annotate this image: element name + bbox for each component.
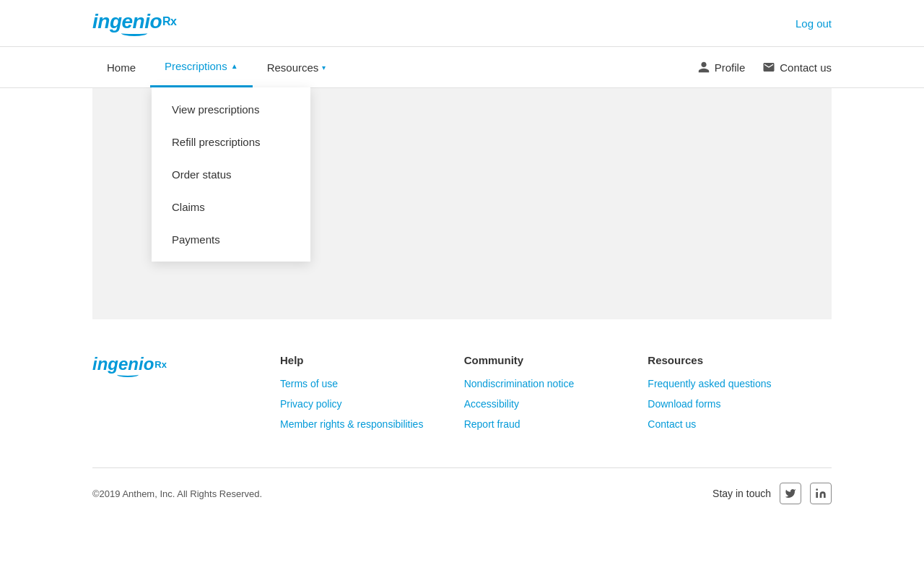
footer: ingenioRx Help Terms of use Privacy poli… [0,319,924,522]
chevron-down-icon: ▾ [322,64,326,72]
chevron-up-icon: ▲ [231,62,238,70]
footer-help-title: Help [280,354,464,366]
footer-resources-title: Resources [648,354,832,366]
nav-contact-label: Contact us [780,61,832,74]
navbar: Home Prescriptions ▲ Resources ▾ Profile… [0,46,924,88]
footer-help-col: Help Terms of use Privacy policy Member … [280,354,464,439]
footer-logo-col: ingenioRx [92,354,280,439]
linkedin-icon[interactable] [810,483,832,504]
nav-profile-label: Profile [715,61,746,74]
mail-icon [762,61,775,74]
footer-report-fraud[interactable]: Report fraud [464,418,648,430]
footer-community-title: Community [464,354,648,366]
prescriptions-dropdown: View prescriptions Refill prescriptions … [152,87,310,262]
header: ingenioRx Log out [0,0,924,46]
logo: ingenioRx [92,10,177,36]
footer-privacy[interactable]: Privacy policy [280,398,464,410]
nav-profile[interactable]: Profile [697,61,746,74]
twitter-icon[interactable] [780,483,801,504]
logout-button[interactable]: Log out [796,17,832,30]
logo-rx: Rx [162,15,176,28]
footer-logo: ingenioRx [92,354,280,374]
footer-bottom: ©2019 Anthem, Inc. All Rights Reserved. … [0,468,924,522]
footer-download-forms[interactable]: Download forms [648,398,832,410]
nav-contact[interactable]: Contact us [762,61,832,74]
footer-accessibility[interactable]: Accessibility [464,398,648,410]
logo-text-ingenio: ingenio [92,10,162,33]
nav-left: Home Prescriptions ▲ Resources ▾ [92,47,697,87]
nav-right: Profile Contact us [697,61,832,74]
dropdown-claims[interactable]: Claims [152,191,310,223]
footer-member-rights[interactable]: Member rights & responsibilities [280,418,464,430]
nav-home[interactable]: Home [92,48,150,87]
footer-contact[interactable]: Contact us [648,418,832,430]
footer-nondiscrimination[interactable]: Nondiscrimination notice [464,378,648,389]
footer-logo-text: ingenio [92,354,154,374]
stay-in-touch-label: Stay in touch [712,488,771,499]
footer-community-col: Community Nondiscrimination notice Acces… [464,354,648,439]
footer-faq[interactable]: Frequently asked questions [648,378,832,389]
dropdown-order-status[interactable]: Order status [152,158,310,191]
nav-resources[interactable]: Resources ▾ [253,48,341,87]
footer-inner: ingenioRx Help Terms of use Privacy poli… [0,319,924,467]
footer-top: ingenioRx Help Terms of use Privacy poli… [92,354,832,467]
nav-prescriptions-label: Prescriptions [165,60,227,72]
footer-resources-col: Resources Frequently asked questions Dow… [648,354,832,439]
nav-resources-label: Resources [267,61,319,74]
footer-terms[interactable]: Terms of use [280,378,464,389]
dropdown-refill-prescriptions[interactable]: Refill prescriptions [152,126,310,158]
svg-point-0 [816,488,818,491]
nav-prescriptions[interactable]: Prescriptions ▲ [150,47,253,87]
footer-social: Stay in touch [712,483,832,504]
copyright-text: ©2019 Anthem, Inc. All Rights Reserved. [92,488,262,499]
dropdown-view-prescriptions[interactable]: View prescriptions [152,93,310,126]
dropdown-payments[interactable]: Payments [152,223,310,256]
profile-icon [697,61,710,74]
footer-logo-rx: Rx [154,359,167,370]
